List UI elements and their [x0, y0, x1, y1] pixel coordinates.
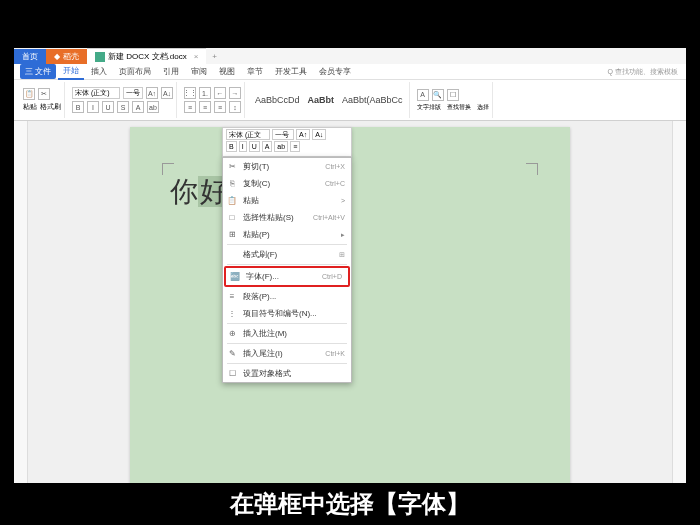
menu-view[interactable]: 视图	[214, 64, 240, 79]
bold-icon[interactable]: B	[72, 101, 84, 113]
cut-icon[interactable]: ✂	[38, 88, 50, 100]
color-icon[interactable]: A	[132, 101, 144, 113]
menu-section[interactable]: 章节	[242, 64, 268, 79]
align-left-icon[interactable]: ≡	[184, 101, 196, 113]
pane-label: 文字排版	[417, 103, 441, 112]
indent-dec-icon[interactable]: ←	[214, 87, 226, 99]
underline-icon[interactable]: U	[102, 101, 114, 113]
ribbon: 📋✂ 粘贴 格式刷 宋体 (正文)一号A↑A↓ BIUSAab ⋮⋮1.←→ ≡…	[14, 80, 686, 121]
margin-corner-tr	[526, 163, 538, 175]
highlight-icon[interactable]: ab	[147, 101, 159, 113]
mini-toolbar: 宋体 (正文 一号 A↑ A↓ B I U A ab ≡	[222, 127, 352, 157]
mini-underline-icon[interactable]: U	[249, 141, 260, 152]
style-h1[interactable]: AaBbt	[305, 94, 338, 106]
comment-icon: ⊕	[227, 329, 237, 339]
mini-shrink-icon[interactable]: A↓	[312, 129, 326, 140]
cm-bullets[interactable]: ⋮项目符号和编号(N)...	[223, 305, 351, 322]
paste-special-icon: □	[227, 213, 237, 223]
strike-icon[interactable]: S	[117, 101, 129, 113]
tab-home[interactable]: 首页	[14, 49, 46, 64]
menu-dev[interactable]: 开发工具	[270, 64, 312, 79]
menu-review[interactable]: 审阅	[186, 64, 212, 79]
tab-document[interactable]: 新建 DOCX 文档.docx×	[87, 48, 206, 64]
shrink-font-icon[interactable]: A↓	[161, 87, 173, 99]
cm-cut[interactable]: ✂剪切(T)Ctrl+X	[223, 158, 351, 175]
bullets-icon: ⋮	[227, 309, 237, 319]
menu-layout[interactable]: 页面布局	[114, 64, 156, 79]
indent-inc-icon[interactable]: →	[229, 87, 241, 99]
separator	[227, 363, 347, 364]
tab-mail[interactable]: ◆稻壳	[46, 49, 87, 64]
format-icon	[227, 250, 237, 260]
cut-icon: ✂	[227, 162, 237, 172]
object-icon: ☐	[227, 369, 237, 379]
cm-object-format[interactable]: ☐设置对象格式	[223, 365, 351, 382]
select-icon[interactable]: ☐	[447, 89, 459, 101]
find-icon[interactable]: 🔍	[432, 89, 444, 101]
cm-endnote[interactable]: ✎插入尾注(I)Ctrl+K	[223, 345, 351, 362]
separator	[227, 264, 347, 265]
doc-icon	[95, 52, 105, 62]
bullets-icon[interactable]: ⋮⋮	[184, 87, 196, 99]
paste-icon: 📋	[227, 196, 237, 206]
mini-bold-icon[interactable]: B	[226, 141, 237, 152]
select-label: 选择	[477, 103, 489, 112]
title-bar: 首页 ◆稻壳 新建 DOCX 文档.docx× +	[14, 48, 686, 64]
grow-font-icon[interactable]: A↑	[146, 87, 158, 99]
mini-italic-icon[interactable]: I	[239, 141, 247, 152]
align-right-icon[interactable]: ≡	[214, 101, 226, 113]
page-area: 你好 你好 宋体 (正文 一号 A↑ A↓ B I U A	[28, 121, 672, 507]
close-icon[interactable]: ×	[194, 52, 199, 61]
paste-icon[interactable]: 📋	[23, 88, 35, 100]
cm-copy[interactable]: ⎘复制(C)Ctrl+C	[223, 175, 351, 192]
margin-corner-tl	[162, 163, 174, 175]
endnote-icon: ✎	[227, 349, 237, 359]
mail-icon: ◆	[54, 52, 60, 61]
menu-bar: 三 文件 开始 插入 页面布局 引用 审阅 视图 章节 开发工具 会员专享 Q …	[14, 64, 686, 80]
vertical-ruler	[14, 121, 28, 507]
mini-font-name[interactable]: 宋体 (正文	[226, 129, 270, 140]
document-page[interactable]: 你好 你好 宋体 (正文 一号 A↑ A↓ B I U A	[130, 127, 570, 507]
mini-highlight-icon[interactable]: ab	[274, 141, 288, 152]
font-name-box[interactable]: 宋体 (正文)	[72, 87, 120, 99]
text-layout-icon[interactable]: A	[417, 89, 429, 101]
cm-comment[interactable]: ⊕插入批注(M)	[223, 325, 351, 342]
italic-icon[interactable]: I	[87, 101, 99, 113]
style-normal[interactable]: AaBbCcDd	[252, 94, 303, 106]
paste-label: 粘贴	[23, 102, 37, 112]
cm-paste-special[interactable]: □选择性粘贴(S)Ctrl+Alt+V	[223, 209, 351, 226]
font-size-box[interactable]: 一号	[123, 87, 143, 99]
context-menu: ✂剪切(T)Ctrl+X ⎘复制(C)Ctrl+C 📋粘贴> □选择性粘贴(S)…	[222, 157, 352, 383]
mini-font-size[interactable]: 一号	[272, 129, 294, 140]
menu-member[interactable]: 会员专享	[314, 64, 356, 79]
format-label: 格式刷	[40, 102, 61, 112]
menu-home[interactable]: 开始	[58, 63, 84, 80]
align-center-icon[interactable]: ≡	[199, 101, 211, 113]
separator	[227, 323, 347, 324]
style-h2[interactable]: AaBbt(AaBbCc	[339, 94, 406, 106]
menu-file[interactable]: 三 文件	[20, 64, 56, 79]
separator	[227, 343, 347, 344]
menu-references[interactable]: 引用	[158, 64, 184, 79]
mini-align-icon[interactable]: ≡	[290, 141, 300, 152]
paragraph-icon: ≡	[227, 292, 237, 302]
cm-font[interactable]: 🔤字体(F)...Ctrl+D	[224, 266, 350, 287]
mini-color-icon[interactable]: A	[262, 141, 273, 152]
numbering-icon[interactable]: 1.	[199, 87, 211, 99]
find-label: 查找替换	[447, 103, 471, 112]
search-input[interactable]: Q 查找功能、搜索模板	[608, 67, 686, 77]
copy-icon: ⎘	[227, 179, 237, 189]
content-area: 你好 你好 宋体 (正文 一号 A↑ A↓ B I U A	[14, 121, 686, 507]
cm-paste-options[interactable]: ⊞粘贴(P)▸	[223, 226, 351, 243]
menu-insert[interactable]: 插入	[86, 64, 112, 79]
line-spacing-icon[interactable]: ↕	[229, 101, 241, 113]
cm-paragraph[interactable]: ≡段落(P)...	[223, 288, 351, 305]
font-icon: 🔤	[230, 272, 240, 282]
new-tab-button[interactable]: +	[206, 52, 223, 61]
separator	[227, 244, 347, 245]
video-caption: 在弹框中选择【字体】	[0, 483, 700, 525]
cm-format-painter[interactable]: 格式刷(F)⊞	[223, 246, 351, 263]
side-panel	[672, 121, 686, 507]
mini-grow-icon[interactable]: A↑	[296, 129, 310, 140]
cm-paste[interactable]: 📋粘贴>	[223, 192, 351, 209]
